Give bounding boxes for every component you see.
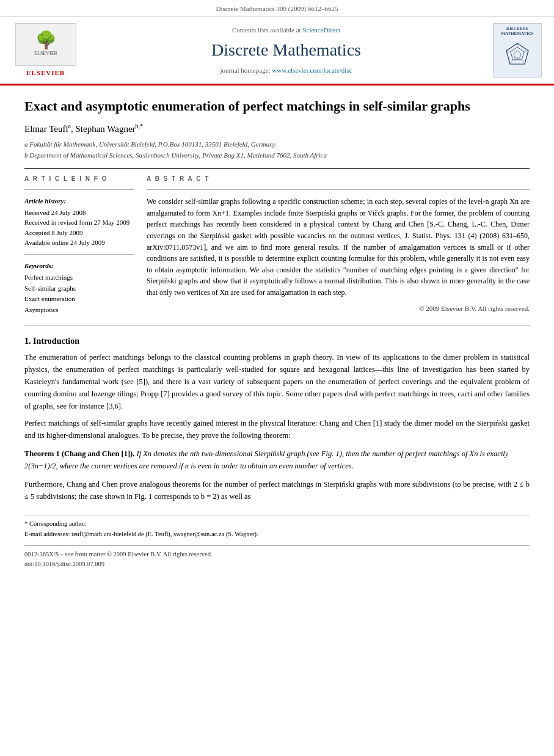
journal-center: Contents lists available at ScienceDirec… (89, 23, 483, 78)
journal-cover: DISCRETE MATHEMATICS (493, 23, 542, 78)
affiliation-a: a Fakultät für Mathematik, Universität B… (24, 139, 530, 150)
affiliation-b: b Department of Mathematical Sciences, S… (24, 150, 530, 161)
history-item-3: Available online 24 July 2009 (24, 238, 134, 248)
cover-title: DISCRETE MATHEMATICS (496, 26, 539, 37)
journal-title: Discrete Mathematics (211, 37, 361, 63)
cover-image (505, 42, 530, 67)
history-item-1: Received in revised form 27 May 2009 (24, 217, 134, 228)
elsevier-logo-area: 🌳 ELSEVIER ELSEVIER (12, 23, 79, 78)
divider-abstract (147, 189, 530, 190)
keywords-label: Keywords: (24, 261, 134, 271)
svg-line-5 (522, 60, 525, 64)
email-line: E-mail addresses: teufl@math.uni-bielefe… (24, 529, 530, 539)
history-item-0: Received 24 July 2008 (24, 208, 134, 218)
footnote-bottom-0: 0012-365X/$ – see front matter © 2009 El… (24, 550, 530, 559)
journal-homepage-line: journal homepage: www.elsevier.com/locat… (220, 65, 352, 76)
elsevier-logo: 🌳 ELSEVIER (15, 23, 76, 66)
divider-info (24, 189, 134, 190)
author-teufl: Elmar Teufla (24, 124, 71, 134)
top-bar: Discrete Mathematics 309 (2009) 6612–662… (0, 0, 554, 17)
affiliations: a Fakultät für Mathematik, Universität B… (24, 139, 530, 161)
footnote-bottom: 0012-365X/$ – see front matter © 2009 El… (24, 545, 530, 569)
email-addresses: teufl@math.uni-bielefeld.de (E. Teufl), … (71, 531, 258, 537)
keyword-2: Exact enumeration (24, 294, 134, 305)
section1-para-1: Perfect matchings of self-similar graphs… (24, 417, 530, 442)
abstract-text: We consider self-similar graphs followin… (147, 196, 530, 298)
theorem1-continuation: Furthermore, Chang and Chen prove analog… (24, 478, 530, 503)
keyword-0: Perfect matchings (24, 272, 134, 283)
author-wagner: Stephan Wagnerb,* (76, 124, 144, 134)
svg-marker-2 (514, 51, 521, 58)
copyright-line: © 2009 Elsevier B.V. All rights reserved… (147, 303, 530, 314)
email-label: E-mail addresses: (24, 531, 70, 537)
logo-text: ELSEVIER (34, 50, 57, 57)
footnote-bottom-1: doi:10.1016/j.disc.2009.07.009 (24, 559, 530, 569)
sciencedirect-line: Contents lists available at ScienceDirec… (232, 25, 340, 35)
abstract-col: A B S T R A C T We consider self-similar… (147, 174, 530, 315)
theorem1-block: Theorem 1 (Chang and Chen [1]). If Xn de… (24, 448, 530, 472)
journal-homepage-link[interactable]: www.elsevier.com/locate/disc (272, 67, 352, 74)
divider-after-affiliations (24, 168, 530, 169)
sciencedirect-link[interactable]: ScienceDirect (302, 26, 340, 34)
journal-header: 🌳 ELSEVIER ELSEVIER Contents lists avail… (0, 17, 554, 86)
svg-marker-1 (511, 47, 524, 60)
history-item-2: Accepted 8 July 2009 (24, 228, 134, 238)
keyword-3: Asymptotics (24, 305, 134, 316)
abstract-heading: A B S T R A C T (147, 174, 530, 183)
divider-main (24, 325, 530, 326)
journal-citation: Discrete Mathematics 309 (2009) 6612–662… (216, 5, 338, 12)
theorem1-label: Theorem 1 (24, 449, 60, 458)
elsevier-label: ELSEVIER (26, 68, 65, 78)
article-info-heading: A R T I C L E I N F O (24, 174, 134, 183)
section1-para-0: The enumeration of perfect matchings bel… (24, 351, 530, 412)
article-info-col: A R T I C L E I N F O Article history: R… (24, 174, 134, 315)
svg-line-6 (510, 60, 513, 64)
main-content: Exact and asymptotic enumeration of perf… (0, 85, 554, 581)
divider-keywords (24, 254, 134, 255)
section1-title: 1. Introduction (24, 335, 530, 347)
history-label: Article history: (24, 196, 134, 206)
tree-icon: 🌳 (35, 32, 57, 49)
corresponding-author-label: * Corresponding author. (24, 519, 530, 529)
authors-line: Elmar Teufla, Stephan Wagnerb,* (24, 122, 530, 136)
footnote-area: * Corresponding author. E-mail addresses… (24, 515, 530, 540)
keyword-1: Self-similar graphs (24, 283, 134, 294)
two-col-section: A R T I C L E I N F O Article history: R… (24, 174, 530, 315)
article-title: Exact and asymptotic enumeration of perf… (24, 98, 530, 115)
theorem1-ref: (Chang and Chen [1]). (62, 449, 134, 458)
